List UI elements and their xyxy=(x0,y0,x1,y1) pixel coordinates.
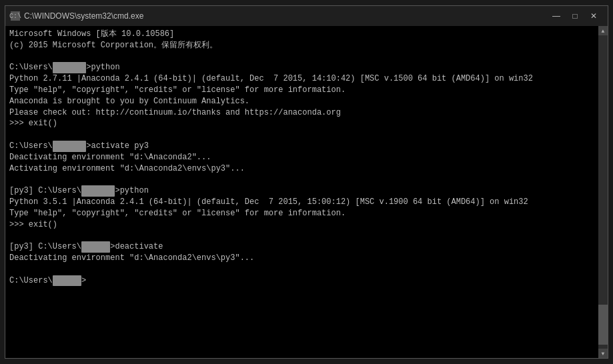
username-blur-4 xyxy=(81,241,110,253)
terminal-output: Microsoft Windows [版本 10.0.10586] (c) 20… xyxy=(9,29,604,286)
scroll-thumb[interactable] xyxy=(598,305,608,345)
scrollbar[interactable]: ▲ ▼ xyxy=(598,26,608,358)
restore-button[interactable]: □ xyxy=(566,9,584,23)
terminal-body: Microsoft Windows [版本 10.0.10586] (c) 20… xyxy=(5,26,608,358)
username-blur-3 xyxy=(81,185,115,197)
scroll-up-arrow[interactable]: ▲ xyxy=(598,26,608,35)
minimize-button[interactable]: — xyxy=(548,9,565,23)
cmd-window: C:\ C:\WINDOWS\system32\cmd.exe — □ ✕ Mi… xyxy=(5,5,608,359)
username-blur-5 xyxy=(53,275,81,287)
scroll-down-arrow[interactable]: ▼ xyxy=(598,349,608,358)
username-blur-2 xyxy=(53,141,86,152)
cmd-icon: C:\ xyxy=(11,11,20,21)
username-blur-1 xyxy=(53,62,86,73)
close-button[interactable]: ✕ xyxy=(585,9,602,23)
window-title: C:\WINDOWS\system32\cmd.exe xyxy=(24,11,143,21)
titlebar: C:\ C:\WINDOWS\system32\cmd.exe — □ ✕ xyxy=(5,6,608,26)
titlebar-left: C:\ C:\WINDOWS\system32\cmd.exe xyxy=(11,11,143,21)
titlebar-controls: — □ ✕ xyxy=(548,9,602,23)
